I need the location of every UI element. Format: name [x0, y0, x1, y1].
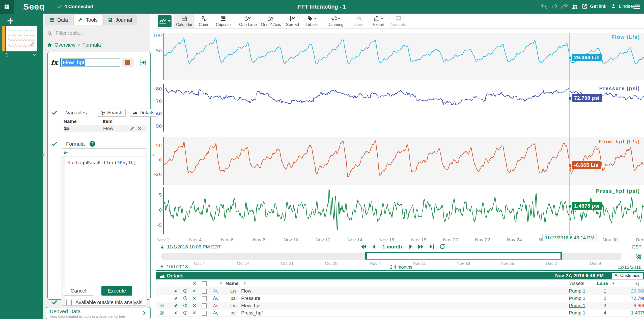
color-swatch-button[interactable] [122, 58, 133, 67]
app-grid-button[interactable] [0, 0, 14, 14]
rocket-icon[interactable] [174, 296, 178, 301]
one-y-axis-button[interactable]: One Y-Axis [259, 14, 283, 28]
edit-item-icon[interactable] [159, 303, 164, 308]
collapse-rail-handle[interactable]: « [41, 150, 45, 159]
range-duration[interactable]: 1 month [382, 244, 402, 250]
toolbar-group: Dimming [325, 14, 345, 28]
one-lane-button[interactable]: One Lane [237, 14, 259, 28]
assets-column-header[interactable]: Assets [563, 281, 591, 286]
info-icon[interactable] [183, 296, 188, 301]
item-name[interactable]: Press_hpf [241, 310, 263, 316]
edit-variable-icon[interactable] [130, 126, 135, 131]
share-forward-button[interactable] [561, 3, 568, 10]
refresh-icon[interactable] [439, 243, 445, 250]
undo-button[interactable] [540, 3, 547, 10]
select-all-checkbox[interactable] [202, 281, 207, 286]
display-range-end[interactable]: EST [632, 244, 641, 250]
available-checkbox[interactable] [66, 300, 72, 305]
asset-link[interactable]: Pump 1 [563, 288, 591, 294]
calendar-button[interactable]: Calendar [174, 14, 194, 28]
selection-right-handle[interactable] [561, 252, 562, 260]
customize-button[interactable]: Customize [612, 273, 643, 279]
breadcrumb-overview[interactable]: Overview [54, 42, 75, 48]
info-icon[interactable] [183, 289, 188, 293]
capsule-button[interactable]: Capsule [214, 14, 233, 28]
edit-item-icon[interactable] [159, 310, 164, 315]
user-menu[interactable]: Lindsey [610, 3, 635, 9]
row-checkbox[interactable] [202, 296, 207, 301]
execute-button[interactable]: Execute [101, 286, 132, 296]
remove-item-icon[interactable] [192, 296, 197, 300]
row-checkbox[interactable] [202, 289, 207, 294]
dimming-button[interactable]: Dimming [325, 14, 345, 28]
full-trend-icon[interactable] [635, 253, 643, 260]
asset-link[interactable]: Pump 1 [563, 296, 591, 301]
start-timezone[interactable]: EDT [211, 244, 221, 249]
info-icon[interactable] [183, 310, 188, 315]
remove-variable-icon[interactable] [137, 126, 142, 131]
editor-gutter [61, 156, 65, 305]
formula-name-input[interactable]: Flow_hpf [60, 58, 120, 67]
item-name[interactable]: Flow [241, 288, 251, 294]
search-variable-button[interactable]: Search [97, 109, 126, 117]
overview-start[interactable]: 10/1/2018 [159, 264, 188, 270]
step-to-end-icon[interactable] [428, 243, 435, 250]
editor-lines-icon[interactable] [63, 150, 68, 155]
remove-item-icon[interactable] [192, 303, 197, 308]
series-line[interactable] [163, 141, 644, 177]
remove-all-icon[interactable] [192, 281, 197, 285]
lane-column-header[interactable]: Lane [595, 281, 610, 286]
row-checkbox[interactable] [202, 303, 207, 308]
dashed-panel-icon[interactable] [139, 59, 147, 66]
collapse-sidebar-handle[interactable]: « [151, 150, 154, 159]
worksheet-chevron-down-icon[interactable] [32, 52, 37, 57]
asset-link[interactable]: Pump 1 [563, 310, 591, 316]
asset-link[interactable]: Pump 1 [563, 303, 591, 308]
rocket-icon[interactable] [174, 310, 178, 315]
item-name[interactable]: Flow_hpf [241, 303, 261, 308]
breadcrumb-formula[interactable]: Formula [82, 42, 101, 48]
row-checkbox[interactable] [202, 311, 207, 316]
users-button[interactable] [571, 3, 578, 10]
tab-journal[interactable]: Journal [103, 15, 136, 25]
cancel-button[interactable]: Cancel [63, 286, 94, 296]
sort-icon[interactable] [219, 281, 223, 285]
step-forward-double-icon[interactable] [418, 243, 424, 250]
derived-data-card[interactable]: Derived Data View data created by tools … [46, 307, 151, 319]
home-icon[interactable] [47, 42, 52, 48]
redo-button[interactable] [551, 3, 558, 10]
export-button[interactable]: Export [369, 14, 388, 28]
remove-item-icon[interactable] [192, 289, 197, 293]
chain-button[interactable]: Chain [194, 14, 214, 28]
help-icon[interactable]: ? [90, 141, 95, 147]
rocket-icon[interactable] [174, 303, 178, 308]
tab-tools[interactable]: Tools [73, 15, 102, 25]
worksheet-thumbnail[interactable] [6, 26, 37, 51]
hamburger-menu-button[interactable] [634, 3, 641, 10]
get-link-button[interactable]: Get link [582, 3, 606, 9]
labels-button[interactable]: Labels [302, 14, 321, 28]
wrench-icon [78, 17, 83, 23]
name-column-header[interactable]: Name [226, 281, 239, 286]
selection-left-handle[interactable] [365, 252, 367, 260]
rocket-icon[interactable] [174, 289, 178, 293]
display-range-start[interactable]: 11/1/2018 10:06 PM EDT [159, 244, 221, 250]
info-icon[interactable] [183, 303, 188, 308]
step-back-double-icon[interactable] [360, 243, 367, 250]
editor-body[interactable]: $a.highPassFilter(30h,1h) [61, 156, 147, 305]
add-worksheet-button[interactable] [7, 17, 14, 25]
step-back-icon[interactable] [371, 243, 377, 250]
sort-icon[interactable] [243, 281, 247, 285]
step-forward-icon[interactable] [407, 243, 414, 250]
spread-button[interactable]: Spread [283, 14, 302, 28]
remove-item-icon[interactable] [192, 311, 197, 315]
overview-end-date[interactable]: 12/13/2018 [618, 265, 641, 270]
view-selector-button[interactable] [158, 15, 172, 27]
end-timezone[interactable]: EST [632, 244, 641, 249]
add-column-icon[interactable] [634, 281, 639, 286]
overview-scrollbar-selection[interactable] [366, 252, 562, 260]
item-name[interactable]: Pressure [241, 296, 260, 301]
connection-status[interactable]: 4 Connected [57, 4, 93, 9]
tab-data[interactable]: Data [45, 15, 72, 25]
filter-tools-input[interactable]: Filter tools... [47, 30, 145, 36]
